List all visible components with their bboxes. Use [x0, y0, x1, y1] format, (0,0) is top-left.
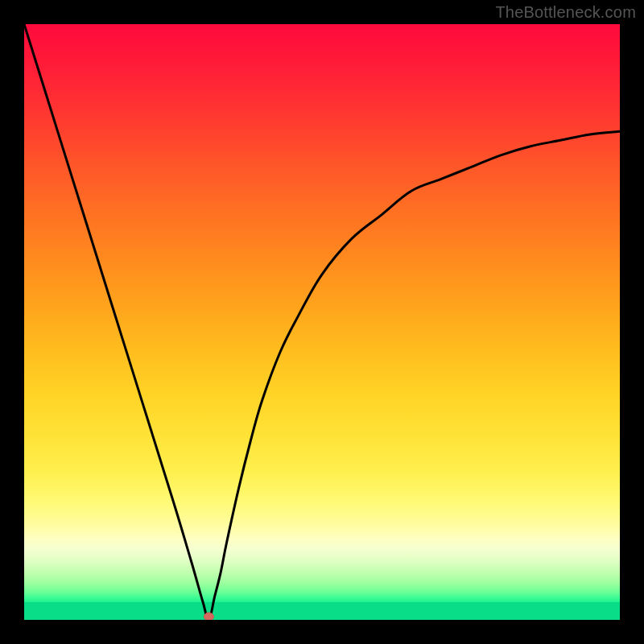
watermark-text: TheBottleneck.com — [495, 3, 636, 22]
bottleneck-curve — [24, 24, 620, 620]
minimum-marker-icon — [204, 613, 213, 620]
bottleneck-curve-svg — [24, 24, 620, 620]
plot-area — [24, 24, 620, 620]
chart-frame: TheBottleneck.com — [0, 0, 644, 644]
